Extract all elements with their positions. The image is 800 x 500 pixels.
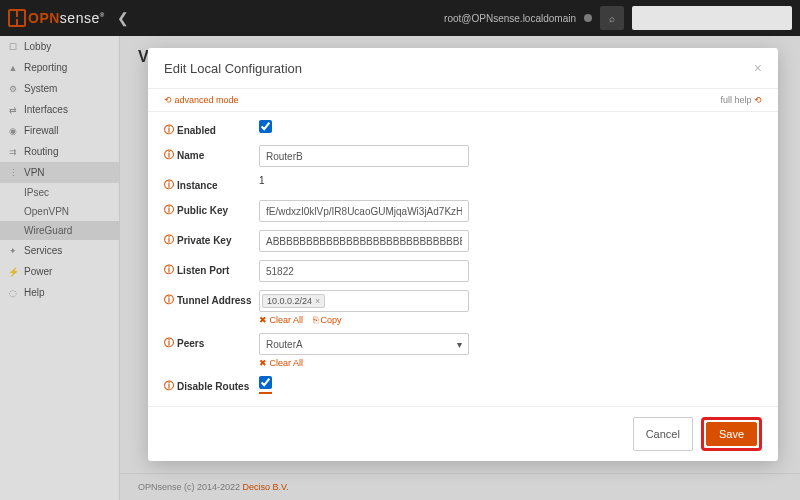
info-icon[interactable]: ⓘ	[164, 148, 174, 162]
privkey-input[interactable]	[259, 230, 469, 252]
edit-local-config-modal: Edit Local Configuration × ⟲ advanced mo…	[148, 48, 778, 461]
clear-all-link[interactable]: ✖ Clear All	[259, 358, 303, 368]
advanced-mode-toggle[interactable]: ⟲ advanced mode	[164, 95, 239, 105]
enabled-label: Enabled	[177, 125, 216, 136]
port-input[interactable]	[259, 260, 469, 282]
info-icon[interactable]: ⓘ	[164, 123, 174, 137]
disable-routes-label: Disable Routes	[177, 381, 249, 392]
toggle-icon: ⟲	[164, 95, 172, 105]
instance-value: 1	[259, 175, 762, 186]
remove-tag-icon[interactable]: ×	[315, 296, 320, 306]
instance-label: Instance	[177, 180, 218, 191]
peers-select[interactable]: RouterA▾	[259, 333, 469, 355]
info-icon[interactable]: ⓘ	[164, 293, 174, 307]
enabled-checkbox[interactable]	[259, 120, 272, 133]
close-icon[interactable]: ×	[754, 60, 762, 76]
cancel-button[interactable]: Cancel	[633, 417, 693, 451]
port-label: Listen Port	[177, 265, 229, 276]
info-icon[interactable]: ⓘ	[164, 379, 174, 393]
tunnel-address-input[interactable]: 10.0.0.2/24×	[259, 290, 469, 312]
modal-title: Edit Local Configuration	[164, 61, 302, 76]
chevron-down-icon: ▾	[457, 339, 462, 350]
copy-link[interactable]: ⎘ Copy	[313, 315, 342, 325]
pubkey-label: Public Key	[177, 205, 228, 216]
info-icon[interactable]: ⓘ	[164, 203, 174, 217]
name-label: Name	[177, 150, 204, 161]
info-icon[interactable]: ⓘ	[164, 263, 174, 277]
name-input[interactable]	[259, 145, 469, 167]
tunnel-tag[interactable]: 10.0.0.2/24×	[262, 294, 325, 308]
disable-routes-checkbox[interactable]	[259, 376, 272, 389]
peers-label: Peers	[177, 338, 204, 349]
privkey-label: Private Key	[177, 235, 231, 246]
full-help-toggle[interactable]: full help ⟲	[720, 95, 762, 105]
toggle-icon: ⟲	[754, 95, 762, 105]
tunnel-label: Tunnel Address	[177, 295, 251, 306]
info-icon[interactable]: ⓘ	[164, 178, 174, 192]
pubkey-input[interactable]	[259, 200, 469, 222]
info-icon[interactable]: ⓘ	[164, 336, 174, 350]
info-icon[interactable]: ⓘ	[164, 233, 174, 247]
save-button[interactable]: Save	[706, 422, 757, 446]
clear-all-link[interactable]: ✖ Clear All	[259, 315, 303, 325]
